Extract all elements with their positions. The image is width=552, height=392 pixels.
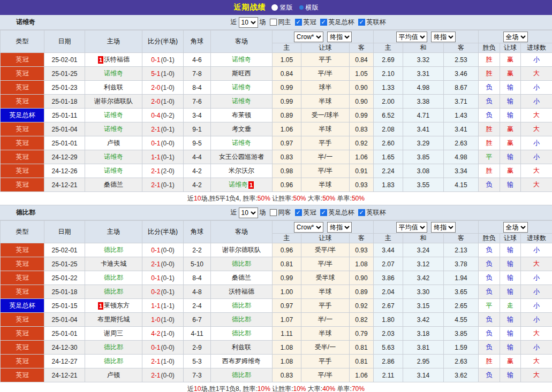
home-team-cell[interactable]: 谢周三 xyxy=(85,327,142,341)
asia-handicap-line: 平/半 xyxy=(301,257,350,271)
asia-company-select[interactable]: Crow* xyxy=(294,32,323,42)
halftime-score: (1-0) xyxy=(161,98,175,105)
away-team-cell[interactable]: 德比郡 xyxy=(211,257,273,271)
league-checkbox[interactable] xyxy=(295,209,302,216)
home-team-cell[interactable]: 诺维奇 xyxy=(85,150,142,164)
euro-draw-odds: 3.85 xyxy=(403,150,444,164)
horizontal-layout-option[interactable]: 横版 xyxy=(299,3,319,12)
result-handicap: 输 xyxy=(500,313,521,327)
asia-home-odds: 0.99 xyxy=(273,81,301,95)
away-team-cell[interactable]: 布莱顿 xyxy=(211,109,273,122)
result-wdl: 胜 xyxy=(479,67,500,81)
matches-table: 类型 日期 主场 比分(半场) 角球 客场 Crow* 终指 平均值 终指 全场 xyxy=(0,220,552,382)
asia-handicap-line: 半球 xyxy=(301,95,350,109)
away-team-cell[interactable]: 德比郡 xyxy=(211,313,273,327)
corner-score: 5-3 xyxy=(184,355,211,368)
match-type-badge: 英冠 xyxy=(1,355,44,368)
asia-stage-select[interactable]: 终指 xyxy=(327,32,352,42)
home-team-cell[interactable]: 布里斯托城 xyxy=(85,313,142,327)
col-header-score: 比分(半场) xyxy=(142,221,184,243)
away-team-cell[interactable]: 考文垂 xyxy=(211,122,273,136)
home-team-cell[interactable]: 德比郡 xyxy=(85,271,142,285)
home-team-cell[interactable]: 德比郡 xyxy=(85,355,142,368)
asia-handicap-line: 受半/一 xyxy=(301,341,350,355)
same-venue-checkbox[interactable] xyxy=(270,209,277,216)
radio-checked-icon[interactable] xyxy=(299,5,304,10)
away-team-cell[interactable]: 诺维奇1 xyxy=(211,178,273,192)
league-checkbox[interactable] xyxy=(295,19,302,26)
asia-home-odds: 1.08 xyxy=(273,355,301,368)
away-team-cell[interactable]: 斯旺西 xyxy=(211,67,273,81)
home-team-cell[interactable]: 利兹联 xyxy=(85,81,142,95)
fulltime-score: 2-1 xyxy=(151,181,160,189)
halftime-score: (0-0) xyxy=(161,260,175,268)
asia-away-odds: 0.79 xyxy=(350,327,374,341)
same-venue-checkbox[interactable] xyxy=(270,19,277,26)
facup-checkbox[interactable] xyxy=(320,209,327,216)
eflcup-checkbox[interactable] xyxy=(358,209,365,216)
home-team-cell[interactable]: 诺维奇 xyxy=(85,67,142,81)
asia-away-odds: 0.81 xyxy=(350,341,374,355)
result-handicap: 赢 xyxy=(500,122,521,136)
match-score-cell: 0-1(0-1) xyxy=(142,271,184,285)
home-team-cell[interactable]: 卡迪夫城 xyxy=(85,257,142,271)
summary-segment: 让胜率: xyxy=(270,385,293,392)
euro-draw-odds: 3.18 xyxy=(403,327,444,341)
asia-home-odds: 0.84 xyxy=(273,67,301,81)
euro-stage-select[interactable]: 终指 xyxy=(431,222,456,233)
match-type-badge: 英冠 xyxy=(1,150,44,164)
home-team-cell[interactable]: 德比郡 xyxy=(85,341,142,355)
asia-away-odds: 0.91 xyxy=(350,164,374,178)
corner-score: 2-2 xyxy=(184,243,211,257)
corner-score: 3-4 xyxy=(184,109,211,122)
home-team-cell[interactable]: 桑德兰 xyxy=(85,178,142,192)
away-team-cell[interactable]: 诺维奇 xyxy=(211,81,273,95)
facup-checkbox[interactable] xyxy=(320,19,327,26)
away-team-cell[interactable]: 沃特福德 xyxy=(211,285,273,299)
away-team-cell[interactable]: 诺维奇 xyxy=(211,53,273,67)
result-goals: 小 xyxy=(521,53,552,67)
asia-company-select[interactable]: Crow* xyxy=(294,222,323,233)
team-name-text: 诺维奇 xyxy=(232,97,251,105)
away-team-cell[interactable]: 德比郡 xyxy=(211,368,273,382)
away-team-cell[interactable]: 米尔沃尔 xyxy=(211,164,273,178)
halftime-score: (0-0) xyxy=(161,247,175,254)
eflcup-checkbox[interactable] xyxy=(358,19,365,26)
match-count-select[interactable]: 10 xyxy=(239,207,258,218)
home-team-cell[interactable]: 1沃特福德 xyxy=(85,53,142,67)
away-team-cell[interactable]: 诺维奇 xyxy=(211,136,273,150)
home-team-cell[interactable]: 1莱顿东方 xyxy=(85,299,142,313)
match-count-select[interactable]: 10 xyxy=(239,17,258,28)
home-team-cell[interactable]: 卢顿 xyxy=(85,136,142,150)
home-team-cell[interactable]: 卢顿 xyxy=(85,368,142,382)
away-team-cell[interactable]: 德比郡 xyxy=(211,299,273,313)
home-team-cell[interactable]: 诺维奇 xyxy=(85,109,142,122)
home-team-cell[interactable]: 德比郡 xyxy=(85,285,142,299)
result-goals: 小 xyxy=(521,313,552,327)
euro-stage-select[interactable]: 终指 xyxy=(431,32,456,42)
home-team-cell[interactable]: 谢菲尔德联队 xyxy=(85,95,142,109)
away-team-cell[interactable]: 诺维奇 xyxy=(211,95,273,109)
euro-company-select[interactable]: 平均值 xyxy=(396,222,427,233)
result-scope-select[interactable]: 全场 xyxy=(503,222,528,233)
away-team-cell[interactable]: 女王公园巡游者 xyxy=(211,150,273,164)
away-team-cell[interactable]: 利兹联 xyxy=(211,341,273,355)
halftime-score: (0-1) xyxy=(161,56,175,64)
away-team-cell[interactable]: 桑德兰 xyxy=(211,271,273,285)
eflcup-label: 英联杯 xyxy=(367,208,386,217)
away-team-cell[interactable]: 谢菲尔德联队 xyxy=(211,243,273,257)
away-team-cell[interactable]: 西布罗姆维奇 xyxy=(211,355,273,368)
euro-company-select[interactable]: 平均值 xyxy=(396,32,427,42)
team-name-text: 诺维奇 xyxy=(232,83,251,91)
home-team-cell[interactable]: 诺维奇 xyxy=(85,164,142,178)
facup-label: 英足总杯 xyxy=(329,208,354,217)
home-team-cell[interactable]: 德比郡 xyxy=(85,243,142,257)
away-team-cell[interactable]: 德比郡 xyxy=(211,327,273,341)
radio-unchecked-icon[interactable] xyxy=(271,4,278,11)
asia-handicap-line: 平手 xyxy=(301,299,350,313)
home-team-cell[interactable]: 诺维奇 xyxy=(85,122,142,136)
asia-stage-select[interactable]: 终指 xyxy=(327,222,352,233)
vertical-layout-option[interactable]: 竖版 xyxy=(271,3,293,12)
result-scope-select[interactable]: 全场 xyxy=(503,32,528,42)
halftime-score: (0-0) xyxy=(161,140,175,147)
